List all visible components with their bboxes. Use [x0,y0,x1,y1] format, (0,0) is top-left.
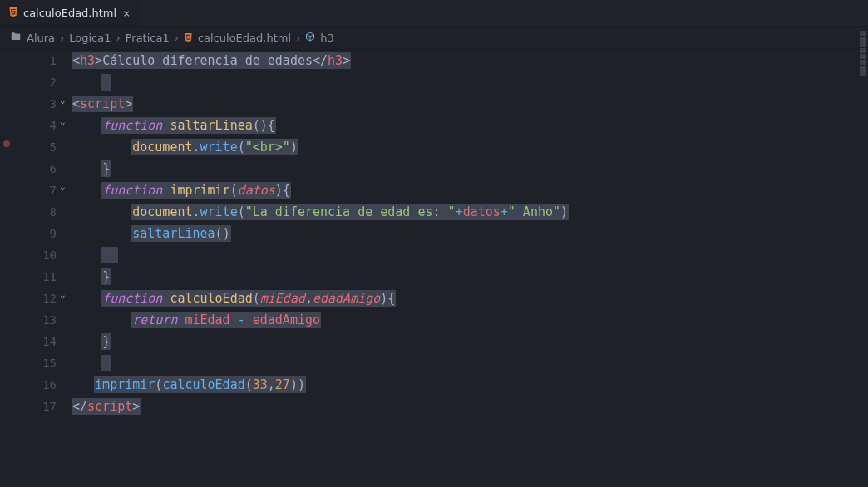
breadcrumb-segment[interactable]: Alura [27,32,55,44]
html-file-icon [8,7,18,19]
line-number: 14 [0,331,57,352]
chevron-right-icon: › [296,32,300,44]
code-line [72,71,569,93]
line-number: 5 [0,136,57,158]
code-line: function imprimir(datos){ [72,180,569,201]
line-number: 2 [0,71,57,93]
modified-marker-icon [3,140,10,147]
line-number: 4 [0,115,57,136]
code-line: document.write("<br>") [72,136,569,158]
line-number: 10 [0,244,57,266]
line-number: 12 [0,288,57,309]
breadcrumb-segment[interactable]: Logica1 [69,32,111,44]
code-line: function calculoEdad(miEdad,edadAmigo){ [72,288,569,309]
overview-marker [860,48,866,53]
scrollbar[interactable] [858,27,868,487]
code-line: function saltarLinea(){ [72,115,569,136]
breadcrumb-segment[interactable]: Pratica1 [126,32,170,44]
tab-bar: calculoEdad.html × [0,0,868,27]
fold-toggle[interactable]: ⌄ [60,95,66,106]
symbol-icon [305,32,315,44]
tab-file[interactable]: calculoEdad.html × [0,0,141,26]
fold-toggle[interactable]: ⌄ [60,181,66,192]
code-line: } [72,158,569,180]
line-number: 13 [0,309,57,331]
html-file-icon [184,32,193,44]
overview-marker [860,42,866,47]
code-line: <h3>Cálculo diferencia de edades</h3> [72,50,569,71]
fold-toggle[interactable]: ⌄ [60,289,66,300]
code-line: imprimir(calculoEdad(33,27)) [72,374,569,396]
code-line: } [72,331,569,352]
code-line: <script> [72,93,569,115]
line-number: 17 [0,396,57,417]
code-line: document.write("La diferencia de edad es… [72,201,569,223]
overview-marker [860,60,866,65]
tab-label: calculoEdad.html [23,7,116,19]
line-number: 8 [0,201,57,223]
overview-marker [860,71,866,76]
gutter: 1 2 3 4 5 6 7 8 9 10 11 12 13 14 15 16 1… [0,50,72,487]
line-number: 7 [0,180,57,201]
line-number: 6 [0,158,57,180]
fold-toggle[interactable]: ⌄ [60,116,66,127]
line-number: 11 [0,266,57,288]
breadcrumb-segment[interactable]: calculoEdad.html [198,32,291,44]
overview-marker [860,54,866,59]
close-icon[interactable]: × [121,7,131,20]
code-line [72,244,569,266]
overview-marker [860,31,866,36]
overview-marker [860,37,866,42]
overview-marker [860,66,866,71]
code-line: return miEdad - edadAmigo [72,309,569,331]
chevron-right-icon: › [60,32,64,44]
line-number: 15 [0,352,57,374]
code-line: saltarLinea() [72,223,569,244]
code-line: </script> [72,396,569,417]
editor[interactable]: 1 2 3 4 5 6 7 8 9 10 11 12 13 14 15 16 1… [0,50,868,487]
chevron-right-icon: › [116,32,120,44]
chevron-right-icon: › [175,32,179,44]
line-number: 16 [0,374,57,396]
breadcrumb-segment[interactable]: h3 [320,32,334,44]
code-line: } [72,266,569,288]
code-line [72,352,569,374]
line-number: 1 [0,50,57,71]
breadcrumb: Alura › Logica1 › Pratica1 › calculoEdad… [0,27,868,50]
line-number: 9 [0,223,57,244]
folder-icon [10,31,22,45]
line-number: 3 [0,93,57,115]
code-area[interactable]: <h3>Cálculo diferencia de edades</h3> <s… [72,50,569,487]
